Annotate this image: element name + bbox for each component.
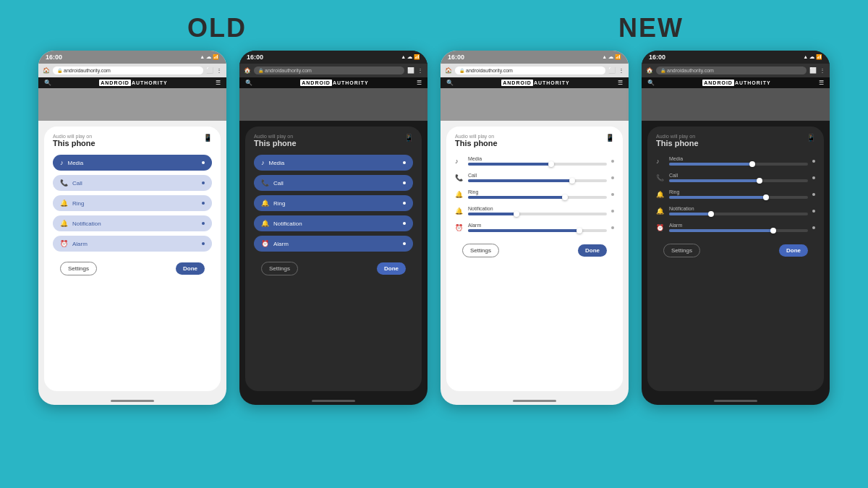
notification-options-dot	[812, 210, 815, 213]
alarm-slider-container[interactable]: Alarm	[468, 223, 607, 232]
settings-button[interactable]: Settings	[663, 244, 700, 257]
browser-url[interactable]: 🔒 androidauthority.com	[254, 67, 404, 74]
volume-row-media[interactable]: ♪ Media	[455, 155, 614, 167]
media-slider-container[interactable]: Media	[669, 156, 808, 166]
call-label: Call	[669, 173, 808, 178]
notification-track[interactable]	[468, 213, 607, 215]
volume-row-notification[interactable]: 🔔 Notification	[656, 205, 815, 217]
call-slider-container[interactable]: Call	[669, 173, 808, 182]
notification-icon: 🔔	[455, 207, 464, 215]
notification-thumb[interactable]	[514, 211, 519, 217]
alarm-label: Alarm	[273, 241, 399, 247]
volume-row-alarm[interactable]: ⏰ Alarm	[254, 236, 413, 252]
browser-menu-icon: ⋮	[417, 67, 423, 74]
site-header: 🔍 ANDROID AUTHORITY ☰	[38, 77, 226, 88]
phone-new-dark: 16:00 ▲ ☁ 📶🏠 🔒 androidauthority.com ⬜ ⋮🔍…	[642, 51, 830, 405]
call-slider-container[interactable]: Call	[468, 173, 607, 182]
ring-slider-container[interactable]: Ring	[468, 189, 607, 199]
article-image	[441, 88, 629, 121]
browser-url[interactable]: 🔒 androidauthority.com	[656, 67, 807, 74]
settings-button[interactable]: Settings	[462, 244, 499, 257]
call-thumb[interactable]	[757, 178, 762, 184]
alarm-thumb[interactable]	[770, 228, 776, 234]
ring-track[interactable]	[468, 196, 607, 199]
browser-tab-icon: ⬜	[809, 67, 817, 74]
volume-row-ring[interactable]: 🔔 Ring	[455, 188, 614, 200]
volume-row-ring[interactable]: 🔔 Ring	[254, 195, 413, 211]
browser-tab-icon: ⬜	[608, 67, 616, 74]
ring-track[interactable]	[669, 196, 808, 199]
alarm-track[interactable]	[669, 229, 808, 232]
alarm-thumb[interactable]	[576, 228, 582, 234]
authority-text: AUTHORITY	[333, 80, 369, 85]
volume-row-ring[interactable]: 🔔 Ring	[53, 195, 212, 211]
audio-device: This phone	[656, 139, 699, 147]
notification-slider-container[interactable]: Notification	[468, 206, 607, 215]
browser-bar: 🏠 🔒 androidauthority.com ⬜ ⋮	[642, 64, 830, 77]
media-thumb[interactable]	[548, 161, 554, 167]
android-text: ANDROID	[99, 80, 131, 86]
notification-options-dot	[611, 210, 614, 213]
media-track[interactable]	[468, 163, 607, 166]
done-button[interactable]: Done	[377, 262, 406, 275]
volume-row-call[interactable]: 📞 Call	[53, 175, 212, 191]
ring-thumb[interactable]	[562, 194, 568, 200]
volume-row-notification[interactable]: 🔔 Notification	[254, 215, 413, 231]
bottom-nav-line	[513, 400, 556, 402]
call-label: Call	[72, 180, 197, 187]
done-button[interactable]: Done	[779, 244, 808, 257]
notification-fill	[669, 213, 711, 215]
volume-row-notification[interactable]: 🔔 Notification	[455, 205, 614, 217]
notification-slider-container[interactable]: Notification	[669, 206, 808, 215]
volume-row-media[interactable]: ♪ Media	[656, 155, 815, 167]
done-button[interactable]: Done	[578, 244, 607, 257]
volume-row-notification[interactable]: 🔔 Notification	[53, 215, 212, 231]
media-dot	[403, 161, 406, 164]
settings-button[interactable]: Settings	[261, 262, 298, 275]
alarm-label: Alarm	[669, 223, 808, 228]
volume-row-call[interactable]: 📞 Call	[455, 171, 614, 184]
alarm-track[interactable]	[468, 229, 607, 232]
ring-thumb[interactable]	[763, 194, 769, 200]
lock-icon: 🔒	[258, 68, 263, 73]
media-thumb[interactable]	[749, 161, 755, 167]
ring-icon: 🔔	[455, 191, 464, 198]
browser-url[interactable]: 🔒 androidauthority.com	[455, 67, 605, 74]
alarm-options-dot	[812, 226, 815, 229]
media-track[interactable]	[669, 163, 808, 166]
phone-old-dark: 16:00 ▲ ☁ 📶🏠 🔒 androidauthority.com ⬜ ⋮🔍…	[239, 51, 427, 405]
lock-icon: 🔒	[459, 68, 464, 73]
call-thumb[interactable]	[569, 178, 575, 184]
volume-row-ring[interactable]: 🔔 Ring	[656, 188, 815, 200]
call-track[interactable]	[468, 179, 607, 182]
site-logo: ANDROID AUTHORITY	[702, 80, 771, 86]
volume-row-media[interactable]: ♪ Media	[53, 155, 212, 171]
audio-banner: Audio will play on	[53, 134, 95, 139]
phone-old-light: 16:00 ▲ ☁ 📶🏠 🔒 androidauthority.com ⬜ ⋮🔍…	[38, 51, 226, 405]
browser-url[interactable]: 🔒 androidauthority.com	[53, 67, 203, 74]
call-icon: 📞	[261, 179, 269, 187]
alarm-slider-container[interactable]: Alarm	[669, 223, 808, 232]
volume-row-alarm[interactable]: ⏰ Alarm	[455, 221, 614, 234]
ring-slider-container[interactable]: Ring	[669, 189, 808, 199]
volume-panel: Audio will play on This phone 📱 ♪ Media …	[446, 127, 623, 391]
notification-thumb[interactable]	[708, 211, 714, 217]
notification-icon: 🔔	[261, 220, 269, 227]
volume-row-alarm[interactable]: ⏰ Alarm	[656, 221, 815, 234]
ring-dot	[403, 202, 406, 205]
volume-row-alarm[interactable]: ⏰ Alarm	[53, 236, 212, 252]
call-track[interactable]	[669, 179, 808, 182]
notification-track[interactable]	[669, 213, 808, 215]
notification-icon: 🔔	[656, 207, 665, 215]
browser-home-icon: 🏠	[445, 67, 452, 74]
volume-row-call[interactable]: 📞 Call	[656, 171, 815, 184]
volume-row-call[interactable]: 📞 Call	[254, 175, 413, 191]
media-slider-container[interactable]: Media	[468, 156, 607, 166]
media-fill	[669, 163, 752, 166]
volume-row-media[interactable]: ♪ Media	[254, 155, 413, 171]
alarm-icon: ⏰	[261, 240, 269, 247]
settings-button[interactable]: Settings	[60, 262, 97, 275]
done-button[interactable]: Done	[176, 262, 205, 275]
notification-label: Notification	[72, 221, 197, 227]
audio-header: Audio will play on This phone 📱	[53, 134, 212, 147]
